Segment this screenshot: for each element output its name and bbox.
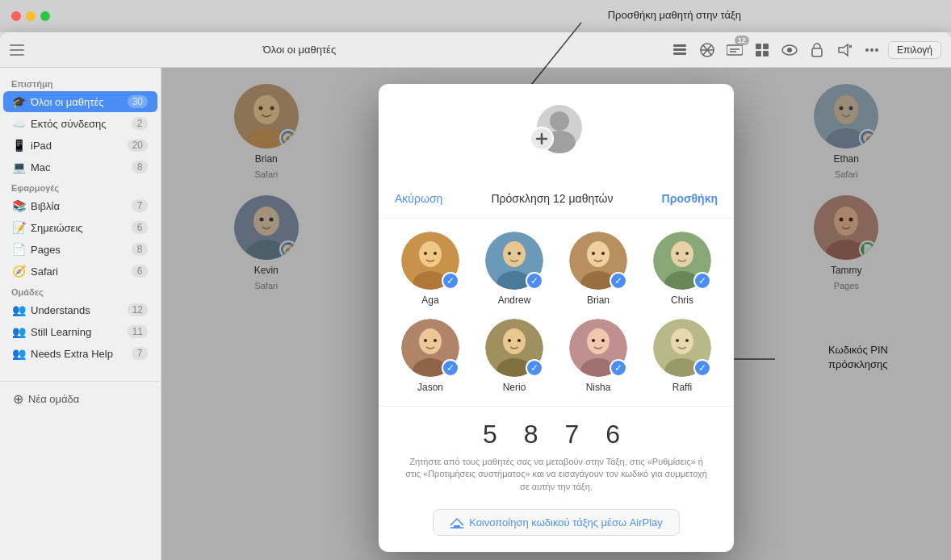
- visibility-icon[interactable]: [778, 39, 801, 61]
- stack-icon[interactable]: [668, 39, 691, 61]
- svg-point-90: [419, 328, 442, 354]
- student-name-nerio: Nerio: [503, 382, 526, 393]
- main-window: Όλοι οι μαθητές: [0, 32, 951, 560]
- svg-rect-13: [763, 51, 769, 56]
- svg-point-73: [434, 252, 437, 255]
- svg-point-20: [865, 48, 869, 52]
- invite-modal: Ακύρωση Πρόσκληση 12 μαθητών Προσθήκη: [379, 84, 734, 552]
- student-name-aga: Aga: [421, 295, 438, 306]
- mute-icon[interactable]: [833, 39, 856, 61]
- sidebar-item-safari[interactable]: 🧭 Safari 6: [3, 261, 157, 282]
- add-button[interactable]: Προσθήκη: [662, 192, 718, 205]
- notes-icon: 📝: [11, 220, 26, 235]
- maximize-button[interactable]: [40, 11, 50, 21]
- sidebar-item-needs-help[interactable]: 👥 Needs Extra Help 7: [3, 343, 157, 364]
- sidebar-item-count: 30: [128, 95, 148, 108]
- svg-point-15: [787, 48, 792, 52]
- sidebar-item-mac[interactable]: 💻 Mac 8: [3, 157, 157, 178]
- student-name-raffi: Raffi: [672, 382, 692, 393]
- sidebar-item-count: 12: [128, 303, 148, 316]
- close-button[interactable]: [11, 11, 21, 21]
- modal-title: Πρόσκληση 12 μαθητών: [491, 192, 613, 205]
- pin-area: 5 8 7 6 Ζητήστε από τους μαθητές σας να …: [379, 406, 734, 499]
- sidebar-item-offline[interactable]: ☁️ Εκτός σύνδεσης 2: [3, 113, 157, 134]
- share-btn-area: Κοινοποίηση κωδικού τάξης μέσω AirPlay: [379, 499, 734, 552]
- avatar-chris: ✓: [653, 232, 711, 290]
- pages-icon: 📄: [11, 242, 26, 257]
- sidebar-item-label: Όλοι οι μαθητές: [31, 96, 123, 108]
- lock-icon[interactable]: [806, 39, 828, 61]
- check-badge-nerio: ✓: [526, 359, 543, 377]
- svg-rect-12: [756, 51, 761, 56]
- avatar-aga: ✓: [401, 232, 459, 290]
- svg-point-87: [676, 252, 679, 255]
- sidebar-item-count: 6: [132, 221, 148, 234]
- block-icon[interactable]: [696, 39, 718, 61]
- student-name-nisha: Nisha: [586, 382, 611, 393]
- share-airplay-button[interactable]: Κοινοποίηση κωδικού τάξης μέσω AirPlay: [433, 509, 680, 536]
- svg-point-22: [875, 48, 878, 52]
- share-button-label: Κοινοποίηση κωδικού τάξης μέσω AirPlay: [469, 516, 663, 529]
- sidebar-item-notes[interactable]: 📝 Σημειώσεις 6: [3, 217, 157, 238]
- sidebar-item-label: Safari: [31, 265, 127, 278]
- svg-point-98: [517, 339, 521, 342]
- modal-student-nerio[interactable]: ✓ Nerio: [479, 319, 550, 393]
- sidebar-item-label: Mac: [31, 161, 127, 173]
- check-badge-chris: ✓: [693, 272, 711, 290]
- svg-point-107: [676, 339, 679, 342]
- modal-student-raffi[interactable]: ✓ Raffi: [647, 319, 718, 393]
- svg-point-72: [424, 252, 427, 255]
- cancel-button[interactable]: Ακύρωση: [395, 192, 442, 205]
- ipad-icon: 📱: [11, 138, 26, 153]
- svg-point-95: [503, 328, 526, 354]
- sidebar-item-books[interactable]: 📚 Βιβλία 7: [3, 195, 157, 216]
- sidebar: Επιστήμη 🎓 Όλοι οι μαθητές 30 ☁️ Εκτός σ…: [0, 68, 161, 560]
- student-name-brian: Brian: [587, 295, 610, 306]
- avatar-andrew: ✓: [485, 232, 543, 290]
- group-icon: 👥: [11, 303, 26, 317]
- svg-point-105: [671, 328, 693, 354]
- svg-point-93: [434, 339, 437, 342]
- add-group-button[interactable]: ⊕ Νέα ομάδα: [8, 388, 153, 410]
- sidebar-item-count: 11: [128, 325, 148, 338]
- svg-point-88: [685, 252, 689, 255]
- more-icon[interactable]: [861, 39, 883, 61]
- svg-point-100: [587, 328, 610, 354]
- pin-code: 5 8 7 6: [395, 420, 718, 449]
- student-count-badge: 12: [735, 36, 749, 45]
- grid-view-icon[interactable]: [751, 39, 773, 61]
- sidebar-item-count: 8: [132, 243, 148, 256]
- check-badge-aga: ✓: [442, 272, 459, 290]
- svg-point-92: [424, 339, 427, 342]
- modal-student-andrew[interactable]: ✓ Andrew: [479, 232, 550, 306]
- sidebar-item-understands[interactable]: 👥 Understands 12: [3, 299, 157, 320]
- sidebar-item-count: 2: [132, 117, 148, 130]
- sidebar-section-label-groups: Ομάδες: [0, 282, 161, 299]
- content-area: 🧭 Brian Safari: [161, 68, 951, 560]
- sidebar-item-label: Σημειώσεις: [31, 222, 127, 234]
- svg-rect-16: [812, 48, 822, 56]
- sidebar-item-count: 7: [132, 199, 148, 212]
- add-group-label: Νέα ομάδα: [28, 393, 79, 405]
- modal-student-chris[interactable]: ✓ Chris: [647, 232, 718, 306]
- select-button[interactable]: Επιλογή: [888, 41, 941, 59]
- modal-student-nisha[interactable]: ✓ Nisha: [563, 319, 634, 393]
- modal-student-aga[interactable]: ✓ Aga: [395, 232, 466, 306]
- mac-icon: 💻: [11, 160, 26, 174]
- svg-rect-7: [727, 45, 743, 55]
- toolbar-icons: 12: [668, 39, 941, 61]
- modal-add-icon-area: [379, 84, 734, 173]
- page-title: Όλοι οι μαθητές: [0, 44, 662, 56]
- student-count-icon[interactable]: 12: [723, 39, 746, 61]
- sidebar-item-still-learning[interactable]: 👥 Still Learning 11: [3, 321, 157, 342]
- sidebar-item-all-students[interactable]: 🎓 Όλοι οι μαθητές 30: [3, 91, 157, 112]
- sidebar-item-pages[interactable]: 📄 Pages 8: [3, 239, 157, 260]
- plus-icon: ⊕: [13, 391, 23, 407]
- sidebar-item-ipad[interactable]: 📱 iPad 20: [3, 135, 157, 156]
- offline-icon: ☁️: [11, 116, 26, 131]
- modal-student-brian[interactable]: ✓ Brian: [563, 232, 634, 306]
- minimize-button[interactable]: [26, 11, 36, 21]
- svg-point-108: [685, 339, 689, 342]
- modal-student-jason[interactable]: ✓ Jason: [395, 319, 466, 393]
- student-name-chris: Chris: [671, 295, 693, 306]
